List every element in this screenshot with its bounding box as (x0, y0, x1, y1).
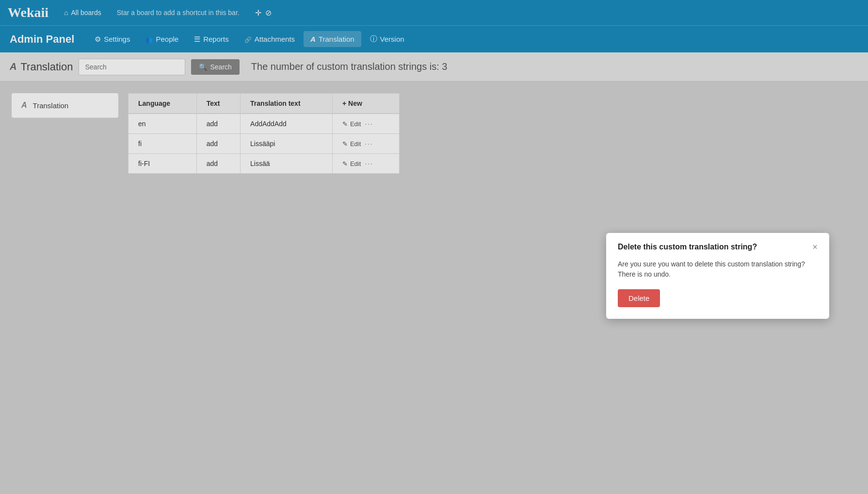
dialog-header: Delete this custom translation string? × (618, 243, 818, 251)
dialog-body: Are you sure you want to delete this cus… (618, 259, 818, 280)
dialog-title: Delete this custom translation string? (618, 243, 757, 251)
delete-confirm-button[interactable]: Delete (618, 289, 660, 307)
delete-dialog: Delete this custom translation string? ×… (606, 233, 829, 319)
dialog-close-button[interactable]: × (812, 243, 818, 251)
